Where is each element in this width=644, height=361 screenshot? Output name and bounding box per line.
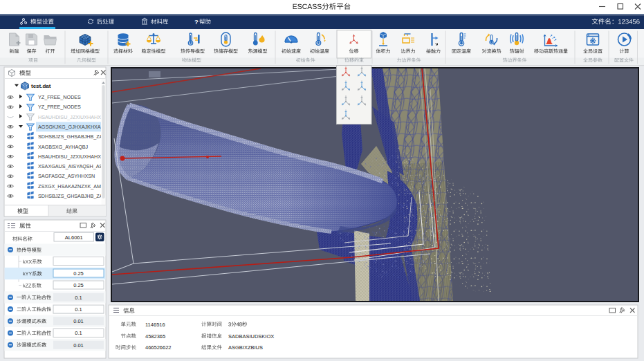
svg-text:HSAUHDISU_JZXIUXHAHX: HSAUHDISU_JZXIUXHAHX — [38, 154, 101, 160]
svg-text:ASGBIXZBIUS: ASGBIXZBIUS — [228, 344, 263, 351]
svg-text:0.01: 0.01 — [73, 318, 84, 324]
svg-text:HSAUHDISU_JZXIUXHAHX: HSAUHDISU_JZXIUXHAHX — [38, 114, 101, 120]
svg-text:SADBASIUDSKIOX: SADBASIUDSKIOX — [228, 333, 274, 340]
svg-text:?: ? — [194, 18, 199, 26]
svg-text:test.dat: test.dat — [31, 83, 51, 89]
svg-text:SDHSBJZS_GHSABJHB_ZAHU: SDHSBJZS_GHSABJHB_ZAHU — [38, 133, 110, 140]
svg-text:0.1: 0.1 — [75, 295, 82, 301]
svg-text:XSAXGAUS_AISYAQSH_ASHX: XSAXGAUS_AISYAQSH_ASHX — [38, 163, 110, 169]
svg-text:1146516: 1146516 — [145, 322, 165, 328]
svg-text:0.25: 0.25 — [73, 282, 84, 288]
svg-text:XAGBSXG_AYHAQBJ: XAGBSXG_AYHAQBJ — [38, 144, 89, 150]
svg-text:0.1: 0.1 — [75, 330, 82, 336]
svg-text:AGSGKJKG_GJHXAJKHXA: AGSGKJKG_GJHXAJKHXA — [38, 124, 101, 130]
svg-text:SAGFASGZ_ASYHHXSN: SAGFASGZ_ASYHHXSN — [38, 173, 95, 179]
svg-text:0.01: 0.01 — [73, 342, 84, 349]
svg-text:4582365: 4582365 — [145, 333, 165, 340]
svg-text:YZ_FREE_NODES: YZ_FREE_NODES — [38, 94, 81, 100]
svg-text:ZSXGX_HSAKAZNZXK_AMASX: ZSXGX_HSAKAZNZXK_AMASX — [38, 183, 111, 189]
svg-text:YZ_FREE_NODES: YZ_FREE_NODES — [38, 104, 81, 110]
svg-text:SDHSBJZS_GHSABJHB_ZAHU: SDHSBJZS_GHSABJHB_ZAHU — [38, 193, 110, 199]
svg-text:0.1: 0.1 — [75, 306, 82, 313]
svg-text:AL6061: AL6061 — [65, 234, 83, 241]
svg-text:0.25: 0.25 — [73, 270, 84, 277]
svg-text:466526622: 466526622 — [145, 344, 172, 351]
